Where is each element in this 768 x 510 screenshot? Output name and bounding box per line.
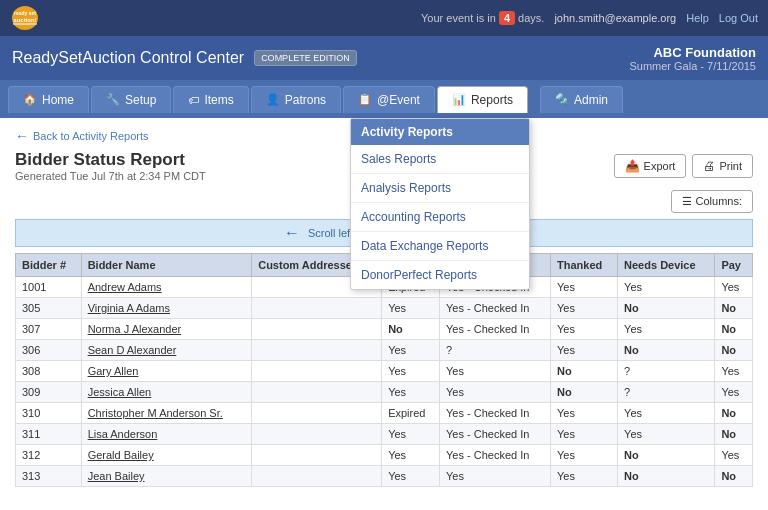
dropdown-item-sales[interactable]: Sales Reports	[351, 145, 529, 174]
tab-reports-label: Reports	[471, 93, 513, 107]
table-cell[interactable]: Jean Bailey	[81, 466, 252, 487]
table-cell: ?	[618, 382, 715, 403]
dropdown-item-analysis[interactable]: Analysis Reports	[351, 174, 529, 203]
tab-setup[interactable]: 🔧 Setup	[91, 86, 171, 113]
tab-reports[interactable]: 📊 Reports	[437, 86, 528, 113]
table-cell[interactable]: Christopher M Anderson Sr.	[81, 403, 252, 424]
table-cell: Yes	[618, 424, 715, 445]
tab-items-label: Items	[204, 93, 233, 107]
tab-event[interactable]: 📋 @Event	[343, 86, 435, 113]
admin-icon: 🔩	[555, 93, 569, 106]
table-row: 308Gary AllenYesYesNo?Yes	[16, 361, 753, 382]
table-cell: Yes	[382, 466, 440, 487]
table-cell	[252, 340, 382, 361]
help-link[interactable]: Help	[686, 12, 709, 24]
tab-admin-label: Admin	[574, 93, 608, 107]
tab-items[interactable]: 🏷 Items	[173, 86, 248, 113]
toolbar: 📤 Export 🖨 Print	[614, 154, 753, 178]
org-name: ABC Foundation	[629, 45, 756, 60]
svg-text:auction!: auction!	[13, 17, 36, 23]
table-cell: Yes	[440, 466, 551, 487]
table-cell: Yes	[618, 319, 715, 340]
table-cell[interactable]: Lisa Anderson	[81, 424, 252, 445]
table-cell: Yes	[618, 403, 715, 424]
export-button[interactable]: 📤 Export	[614, 154, 687, 178]
table-row: 307Norma J AlexanderNoYes - Checked InYe…	[16, 319, 753, 340]
table-cell: 1001	[16, 277, 82, 298]
table-row: 311Lisa AndersonYesYes - Checked InYesYe…	[16, 424, 753, 445]
table-cell: Yes	[382, 361, 440, 382]
report-subtitle: Generated Tue Jul 7th at 2:34 PM CDT	[15, 170, 206, 182]
columns-label: Columns:	[696, 195, 742, 207]
dropdown-item-accounting[interactable]: Accounting Reports	[351, 203, 529, 232]
table-cell: Yes	[382, 340, 440, 361]
scroll-left-arrow: ←	[284, 224, 300, 242]
table-cell: Yes	[382, 298, 440, 319]
dropdown-item-data-exchange[interactable]: Data Exchange Reports	[351, 232, 529, 261]
print-button[interactable]: 🖨 Print	[692, 154, 753, 178]
tab-home[interactable]: 🏠 Home	[8, 86, 89, 113]
table-cell: Yes - Checked In	[440, 319, 551, 340]
table-cell[interactable]: Norma J Alexander	[81, 319, 252, 340]
print-icon: 🖨	[703, 159, 715, 173]
dropdown-item-donorperfect[interactable]: DonorPerfect Reports	[351, 261, 529, 289]
tab-home-label: Home	[42, 93, 74, 107]
table-cell: Yes	[440, 361, 551, 382]
table-cell[interactable]: Andrew Adams	[81, 277, 252, 298]
logout-link[interactable]: Log Out	[719, 12, 758, 24]
svg-text:ready set: ready set	[14, 10, 36, 16]
table-cell: Yes	[551, 424, 618, 445]
table-cell[interactable]: Jessica Allen	[81, 382, 252, 403]
patrons-icon: 👤	[266, 93, 280, 106]
table-cell: No	[715, 424, 753, 445]
tab-admin[interactable]: 🔩 Admin	[540, 86, 623, 113]
table-cell[interactable]: Sean D Alexander	[81, 340, 252, 361]
event-countdown: Your event is in 4 days.	[421, 12, 544, 24]
table-cell: No	[551, 361, 618, 382]
columns-button[interactable]: ☰ Columns:	[671, 190, 753, 213]
table-cell: Yes - Checked In	[440, 403, 551, 424]
table-cell: Yes	[551, 445, 618, 466]
top-bar: ready set auction! Your event is in 4 da…	[0, 0, 768, 36]
table-row: 310Christopher M Anderson Sr.ExpiredYes …	[16, 403, 753, 424]
user-email: john.smith@example.org	[554, 12, 676, 24]
tab-setup-label: Setup	[125, 93, 156, 107]
items-icon: 🏷	[188, 94, 199, 106]
table-cell: Yes	[382, 424, 440, 445]
back-link-label: Back to Activity Reports	[33, 130, 149, 142]
table-cell: 309	[16, 382, 82, 403]
table-row: 305Virginia A AdamsYesYes - Checked InYe…	[16, 298, 753, 319]
app-title: ReadySetAuction Control Center	[12, 49, 244, 67]
export-label: Export	[644, 160, 676, 172]
setup-icon: 🔧	[106, 93, 120, 106]
org-info: ABC Foundation Summer Gala - 7/11/2015	[629, 45, 756, 72]
table-cell: No	[715, 466, 753, 487]
export-icon: 📤	[625, 159, 640, 173]
table-cell: Yes	[715, 382, 753, 403]
table-cell: No	[618, 466, 715, 487]
table-row: 313Jean BaileyYesYesYesNoNo	[16, 466, 753, 487]
table-row: 309Jessica AllenYesYesNo?Yes	[16, 382, 753, 403]
table-cell: 306	[16, 340, 82, 361]
table-cell[interactable]: Gary Allen	[81, 361, 252, 382]
table-cell: ?	[440, 340, 551, 361]
reports-dropdown[interactable]: 📊 Reports Activity Reports Sales Reports…	[437, 86, 530, 113]
table-cell[interactable]: Virginia A Adams	[81, 298, 252, 319]
table-cell: Yes	[551, 277, 618, 298]
table-cell: Yes	[715, 277, 753, 298]
table-cell	[252, 298, 382, 319]
table-cell: Yes	[382, 382, 440, 403]
table-row: 312Gerald BaileyYesYes - Checked InYesNo…	[16, 445, 753, 466]
table-cell: Yes	[551, 466, 618, 487]
tab-patrons[interactable]: 👤 Patrons	[251, 86, 341, 113]
back-arrow: ←	[15, 128, 29, 144]
table-cell: Yes	[715, 361, 753, 382]
table-body: 1001Andrew AdamsExpiredYes - Checked InY…	[16, 277, 753, 487]
table-cell: No	[715, 403, 753, 424]
table-cell[interactable]: Gerald Bailey	[81, 445, 252, 466]
table-cell: 307	[16, 319, 82, 340]
nav-bar: 🏠 Home 🔧 Setup 🏷 Items 👤 Patrons 📋 @Even…	[0, 80, 768, 118]
print-label: Print	[719, 160, 742, 172]
table-cell	[252, 445, 382, 466]
table-cell: 312	[16, 445, 82, 466]
